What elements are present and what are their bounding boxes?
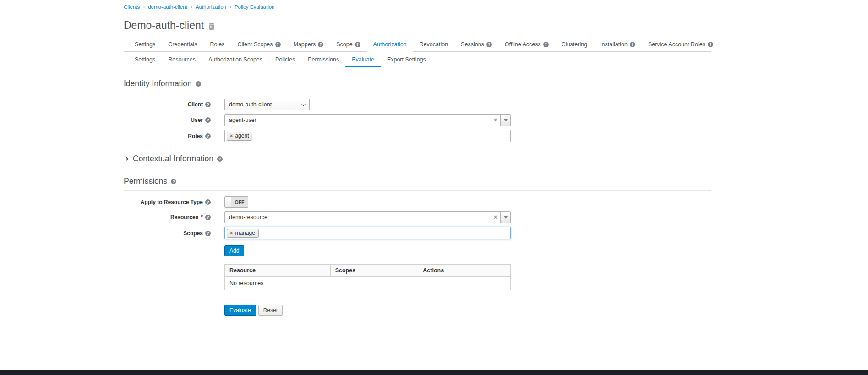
clear-user-icon[interactable] <box>491 117 500 123</box>
identity-form: Client demo-auth-client User agent-user … <box>124 99 711 142</box>
reset-button[interactable]: Reset <box>258 305 283 316</box>
scopes-label: Scopes <box>124 230 224 237</box>
caret-down-icon <box>504 216 508 219</box>
evaluate-button[interactable]: Evaluate <box>224 305 256 316</box>
breadcrumb-authorization[interactable]: Authorization <box>196 4 226 10</box>
help-icon[interactable] <box>171 179 176 184</box>
contextual-information-header[interactable]: Contextual Information <box>124 154 711 164</box>
caret-down-icon <box>504 119 508 121</box>
help-icon[interactable] <box>205 102 211 107</box>
roles-multiselect[interactable]: agent <box>224 130 511 142</box>
breadcrumb-policy-evaluation[interactable]: Policy Evaluation <box>235 4 275 10</box>
subtab-authorization-scopes[interactable]: Authorization Scopes <box>202 53 269 67</box>
permissions-header: Permissions <box>124 176 711 191</box>
main-content: Clients demo-auth-client Authorization P… <box>124 0 711 316</box>
subtab-policies[interactable]: Policies <box>269 53 301 67</box>
subtab-evaluate[interactable]: Evaluate <box>345 53 381 67</box>
client-select[interactable]: demo-auth-client <box>224 99 310 110</box>
tab-authorization[interactable]: Authorization <box>367 38 413 52</box>
chevron-right-icon <box>124 157 129 161</box>
tab-sessions[interactable]: Sessions <box>454 38 498 52</box>
permissions-form: Apply to Resource Type OFF Resources * d… <box>124 196 711 316</box>
toggle-off-label: OFF <box>231 197 248 207</box>
identity-information-title: Identity Information <box>124 79 192 88</box>
scope-tag: manage <box>227 229 259 238</box>
help-icon[interactable] <box>205 215 211 220</box>
trash-icon <box>208 22 215 30</box>
role-tag: agent <box>227 132 252 141</box>
apply-resource-type-toggle[interactable]: OFF <box>224 196 248 208</box>
scopes-multiselect[interactable]: manage <box>224 227 511 239</box>
help-icon[interactable] <box>486 42 492 47</box>
empty-table-message: No resources <box>225 277 511 290</box>
chevron-down-icon <box>301 101 306 106</box>
delete-client-button[interactable] <box>208 22 215 30</box>
tab-offline-access[interactable]: Offline Access <box>498 38 555 52</box>
tab-clustering[interactable]: Clustering <box>555 38 594 52</box>
add-button[interactable]: Add <box>224 245 244 256</box>
tab-roles[interactable]: Roles <box>203 38 231 52</box>
help-icon[interactable] <box>205 117 211 123</box>
tab-settings[interactable]: Settings <box>128 38 162 52</box>
identity-information-header: Identity Information <box>124 79 711 93</box>
user-select[interactable]: agent-user <box>224 114 511 126</box>
tab-service-account-roles[interactable]: Service Account Roles <box>642 38 720 52</box>
remove-role-icon[interactable] <box>230 132 233 139</box>
help-icon[interactable] <box>318 42 323 47</box>
help-icon[interactable] <box>275 42 281 47</box>
tab-revocation[interactable]: Revocation <box>413 38 455 52</box>
help-icon[interactable] <box>205 199 211 205</box>
roles-label: Roles <box>124 133 224 139</box>
breadcrumb-separator-icon <box>191 4 192 10</box>
breadcrumb-client[interactable]: demo-auth-client <box>148 4 187 10</box>
required-marker: * <box>201 214 203 221</box>
help-icon[interactable] <box>217 156 223 162</box>
tab-mappers[interactable]: Mappers <box>287 38 330 52</box>
breadcrumb-separator-icon <box>143 4 145 10</box>
help-icon[interactable] <box>205 133 211 139</box>
resources-dropdown-button[interactable] <box>500 212 510 223</box>
subtab-resources[interactable]: Resources <box>162 53 202 67</box>
remove-scope-icon[interactable] <box>230 230 233 237</box>
permissions-title: Permissions <box>124 176 167 186</box>
resources-table: Resource Scopes Actions No resources <box>224 264 511 290</box>
client-label: Client <box>124 101 224 108</box>
breadcrumb-clients[interactable]: Clients <box>124 4 140 10</box>
toggle-knob <box>225 197 231 207</box>
resources-select[interactable]: demo-resource <box>224 211 511 223</box>
user-dropdown-button[interactable] <box>500 115 510 126</box>
help-icon[interactable] <box>205 231 211 236</box>
breadcrumb-separator-icon <box>229 4 231 10</box>
apply-resource-type-label: Apply to Resource Type <box>124 199 224 205</box>
contextual-information-title: Contextual Information <box>133 154 213 164</box>
subtab-permissions[interactable]: Permissions <box>301 53 345 67</box>
table-row: No resources <box>225 277 511 290</box>
client-tabs: Settings Credentials Roles Client Scopes… <box>124 38 711 52</box>
resources-label: Resources * <box>124 214 224 221</box>
tab-installation[interactable]: Installation <box>594 38 642 52</box>
help-icon[interactable] <box>196 81 201 87</box>
column-header-resource: Resource <box>225 265 331 277</box>
tab-credentials[interactable]: Credentials <box>162 38 203 52</box>
help-icon[interactable] <box>543 42 549 47</box>
tab-scope[interactable]: Scope <box>330 38 366 52</box>
subtab-export-settings[interactable]: Export Settings <box>381 53 432 67</box>
breadcrumb: Clients demo-auth-client Authorization P… <box>124 0 711 10</box>
help-icon[interactable] <box>355 42 360 47</box>
column-header-actions: Actions <box>418 265 511 277</box>
page-title: Demo-auth-client <box>124 19 204 32</box>
column-header-scopes: Scopes <box>330 265 418 277</box>
bottom-bar <box>0 370 868 375</box>
clear-resource-icon[interactable] <box>491 214 500 221</box>
authorization-subtabs: Settings Resources Authorization Scopes … <box>124 53 711 67</box>
subtab-settings[interactable]: Settings <box>128 53 162 67</box>
help-icon[interactable] <box>630 42 635 47</box>
help-icon[interactable] <box>708 42 713 47</box>
user-label: User <box>124 117 224 123</box>
tab-client-scopes[interactable]: Client Scopes <box>231 38 287 52</box>
